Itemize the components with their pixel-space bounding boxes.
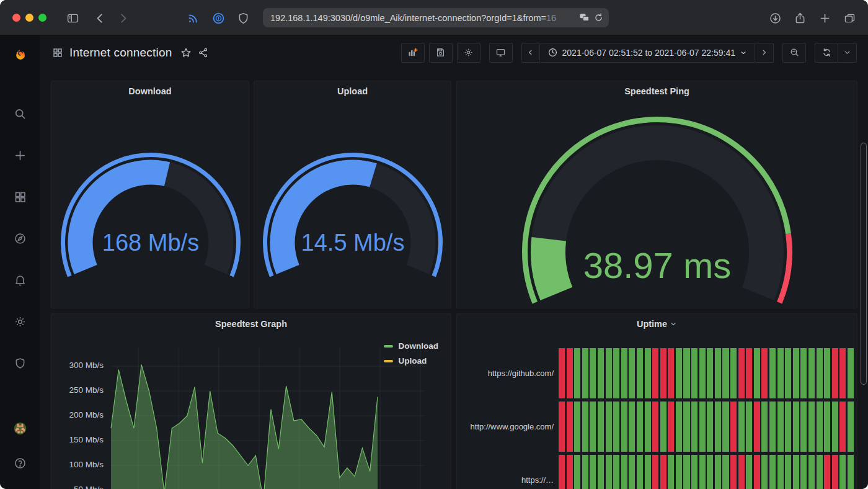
uptime-bar-down [839,348,846,398]
dashboard-settings-button[interactable] [457,43,480,63]
uptime-bar-up [668,455,674,489]
uptime-bar-up [637,402,643,452]
uptime-bar-up [730,348,737,398]
uptime-bar-up [574,402,580,452]
apps-grid-icon[interactable] [52,47,63,58]
time-range-back-button[interactable] [521,43,540,63]
minimize-window-button[interactable] [25,14,33,22]
sidebar-item-alerting[interactable] [7,267,32,292]
uptime-bars [559,348,854,398]
uptime-bar-up [598,348,604,398]
uptime-bar-up [621,402,627,452]
uptime-bar-down [567,402,573,452]
uptime-row: https://github.com/ [458,348,854,398]
uptime-bar-up [629,455,635,489]
sidebar-item-search[interactable] [7,101,32,126]
add-panel-button[interactable] [401,43,425,63]
uptime-bar-up [715,348,721,398]
uptime-bar-up [785,348,791,398]
legend-swatch [384,345,393,348]
uptime-bar-up [800,455,807,489]
uptime-bar-up [848,455,854,489]
uptime-bar-up [629,402,635,452]
scrollbar-thumb[interactable] [861,143,867,385]
dashboard-canvas: Download 168 Mb/s Upload 14.5 Mb/s Speed… [40,70,868,489]
time-range-picker[interactable]: 2021-06-07 02:51:52 to 2021-06-07 22:59:… [540,43,755,63]
tab-overview-icon[interactable] [840,9,859,27]
sidebar-item-create[interactable] [7,143,32,168]
uptime-bar-up [824,402,830,452]
uptime-bar-up [839,455,846,489]
uptime-bars [559,402,854,452]
grafana-main: Internet connection [40,35,868,489]
uptime-bar-up [761,455,768,489]
user-avatar[interactable] [7,416,32,441]
uptime-bar-up [761,402,768,452]
uptime-bar-up [574,348,580,398]
refresh-button[interactable] [815,43,838,63]
legend-item-upload[interactable]: Upload [384,356,439,366]
star-icon[interactable] [180,47,192,58]
uptime-bar-down [567,455,573,489]
uptime-bar-down [738,455,745,489]
sidebar-item-server-admin[interactable] [7,351,32,375]
sidebar-item-configuration[interactable] [7,309,32,334]
refresh-interval-dropdown[interactable] [838,43,857,63]
uptime-bar-up [691,402,698,452]
panel-title-ping[interactable]: Speedtest Ping [457,86,857,96]
dashboard-header: Internet connection [40,35,868,70]
zoom-out-time-button[interactable] [782,43,806,63]
uptime-bar-down [559,402,565,452]
reload-icon[interactable] [593,12,604,23]
uptime-bar-up [683,402,689,452]
rss-extension-icon[interactable] [184,9,202,27]
time-range-forward-button[interactable] [755,43,774,63]
sidebar-item-dashboards[interactable] [7,184,32,209]
share-dashboard-icon[interactable] [198,47,209,58]
new-tab-icon[interactable] [815,9,834,27]
upload-gauge: 14.5 Mb/s [254,100,451,305]
time-range-text: 2021-06-07 02:51:52 to 2021-06-07 22:59:… [562,48,735,58]
downloads-icon[interactable] [766,9,784,27]
uptime-bar-up [754,348,760,398]
sidebar-item-help[interactable] [7,451,32,475]
legend-label: Download [399,341,439,351]
graph-legend: DownloadUpload [384,341,439,366]
time-range-controls: 2021-06-07 02:51:52 to 2021-06-07 22:59:… [521,43,774,63]
address-bar[interactable]: 192.168.1.149:3030/d/o9mle_Aik/internet-… [263,8,609,27]
download-gauge: 168 Mb/s [51,100,249,305]
translate-icon[interactable] [579,12,590,23]
grafana-logo-icon[interactable] [7,42,32,66]
forward-icon[interactable] [113,9,132,27]
uptime-bar-up [793,348,799,398]
back-icon[interactable] [91,9,109,27]
zoom-window-button[interactable] [38,14,46,22]
y-axis-tick: 50 Mb/s [51,485,104,489]
panel-ping: Speedtest Ping 38.97 ms [456,81,857,308]
uptime-bar-up [691,348,698,398]
ping-gauge: 38.97 ms [457,100,857,308]
panel-title-uptime[interactable]: Uptime [457,319,857,329]
onepassword-extension-icon[interactable] [209,9,228,27]
tv-mode-button[interactable] [489,43,513,63]
sidebar-item-explore[interactable] [7,226,32,251]
uptime-bar-up [808,402,815,452]
sidebar-toggle-icon[interactable] [63,9,82,27]
uptime-bar-up [621,455,627,489]
uptime-bar-up [769,402,776,452]
uptime-bar-up [645,402,651,452]
share-icon[interactable] [790,9,809,27]
close-window-button[interactable] [12,14,20,22]
uptime-bar-down [652,348,658,398]
panel-title-speedtest-graph[interactable]: Speedtest Graph [51,319,451,329]
uptime-bar-down [652,402,658,452]
panel-title-download[interactable]: Download [51,86,249,96]
uptime-bar-down [652,455,658,489]
panel-title-upload[interactable]: Upload [254,86,451,96]
shield-extension-icon[interactable] [234,9,252,27]
legend-item-download[interactable]: Download [384,341,439,351]
uptime-history: https://github.com/http://www.google.com… [458,348,854,489]
uptime-bar-up [848,348,854,398]
uptime-bar-down [559,348,565,398]
save-dashboard-button[interactable] [429,43,453,63]
